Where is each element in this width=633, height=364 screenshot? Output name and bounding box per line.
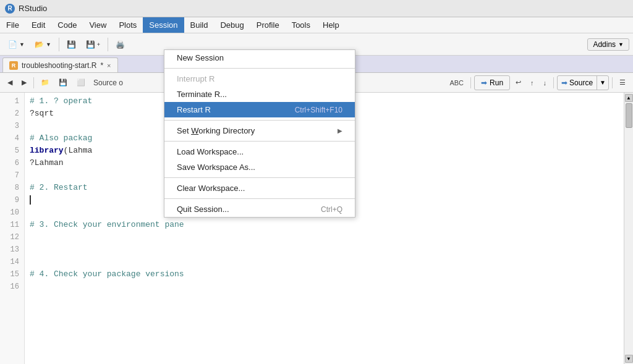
line-numbers: 1 2 3 4 5 6 7 8 9 10 11 12 13 14 15 16 — [0, 93, 25, 364]
dd-arrow-icon: ▶ — [338, 127, 342, 134]
line-num-12: 12 — [2, 231, 19, 243]
line-num-3: 3 — [2, 120, 19, 132]
code-line-13 — [30, 243, 619, 256]
source-label: Source — [569, 78, 593, 87]
save-button[interactable]: 💾 — [62, 36, 80, 53]
menu-debug[interactable]: Debug — [214, 17, 250, 33]
save-editor-button[interactable]: 💾 — [55, 75, 71, 90]
source-main-button[interactable]: ➡ Source — [558, 76, 597, 90]
options-button[interactable]: ☰ — [616, 75, 629, 90]
source-dropdown[interactable]: ➡ Source ▼ — [557, 75, 609, 90]
line-num-5: 5 — [2, 145, 19, 157]
run-up-button[interactable]: ↑ — [527, 75, 538, 90]
source-arrow-icon: ➡ — [561, 78, 567, 87]
forward-button[interactable]: ▶ — [18, 75, 30, 90]
back-button[interactable]: ◀ — [4, 75, 16, 90]
save-all-icon: 💾 — [86, 40, 95, 49]
app-icon: R — [5, 4, 15, 14]
open-dropdown-icon: ▼ — [46, 41, 51, 48]
dd-restart-shortcut: Ctrl+Shift+F10 — [295, 106, 342, 114]
menu-profile[interactable]: Profile — [250, 17, 286, 33]
line-num-1: 1 — [2, 95, 19, 108]
new-file-button[interactable]: 📄 ▼ — [4, 36, 29, 53]
dd-restart-r[interactable]: Restart R Ctrl+Shift+F10 — [164, 102, 355, 117]
back-icon: ◀ — [7, 78, 12, 87]
compile-icon: ⬜ — [77, 78, 85, 87]
dd-save-workspace[interactable]: Save Workspace As... — [164, 159, 355, 175]
dd-set-working-dir[interactable]: Set Working Directory ▶ — [164, 123, 355, 138]
dd-sep-4 — [164, 177, 355, 178]
editor-toolbar-sep-3 — [553, 77, 554, 88]
source-of-label: Source o — [91, 78, 125, 87]
menu-plots[interactable]: Plots — [113, 17, 143, 33]
code-line-12 — [30, 231, 619, 243]
tab-filename: troubleshooting-start.R — [22, 61, 96, 70]
save-all-extra: + — [97, 41, 100, 48]
toolbar-sep-2 — [108, 38, 108, 51]
scroll-thumb[interactable] — [626, 103, 632, 128]
menu-session[interactable]: Session — [143, 17, 184, 33]
menu-tools[interactable]: Tools — [286, 17, 316, 33]
line-num-4: 4 — [2, 132, 19, 145]
session-dropdown-menu: New Session Interrupt R Terminate R... R… — [164, 49, 355, 218]
editor-tab[interactable]: R troubleshooting-start.R * × — [2, 57, 118, 72]
forward-icon: ▶ — [22, 78, 27, 87]
menu-view[interactable]: View — [83, 17, 113, 33]
save-all-button[interactable]: 💾 + — [82, 36, 104, 53]
editor-toolbar-sep-4 — [612, 77, 613, 88]
dd-terminate-r[interactable]: Terminate R... — [164, 87, 355, 102]
menu-build[interactable]: Build — [184, 17, 215, 33]
editor-toolbar-sep-1 — [33, 77, 34, 88]
compile-button[interactable]: ⬜ — [73, 75, 89, 90]
spell-check-button[interactable]: ABC — [446, 75, 467, 90]
dd-quit-session[interactable]: Quit Session... Ctrl+Q — [164, 201, 355, 217]
code-line-16 — [30, 281, 619, 293]
run-prev-icon: ↩ — [516, 78, 521, 87]
spell-check-icon: ABC — [449, 79, 464, 87]
source-dropdown-arrow[interactable]: ▼ — [597, 76, 608, 90]
options-icon: ☰ — [619, 78, 626, 87]
scroll-up-arrow[interactable]: ▲ — [625, 94, 633, 102]
line-num-11: 11 — [2, 219, 19, 231]
menu-file[interactable]: File — [0, 17, 25, 33]
line-num-2: 2 — [2, 108, 19, 120]
print-icon: 🖨️ — [116, 40, 125, 49]
toolbar-sep-1 — [59, 38, 59, 51]
run-up-icon: ↑ — [530, 79, 534, 87]
open-icon: 📂 — [35, 40, 44, 49]
new-file-icon: 📄 — [8, 40, 17, 49]
dd-load-workspace[interactable]: Load Workspace... — [164, 144, 355, 159]
code-line-15: # 4. Check your package versions — [30, 268, 619, 281]
menu-code[interactable]: Code — [51, 17, 83, 33]
menu-edit[interactable]: Edit — [25, 17, 51, 33]
addins-button[interactable]: Addins ▼ — [587, 38, 629, 51]
menu-help[interactable]: Help — [316, 17, 346, 33]
title-bar: R RStudio — [0, 0, 633, 17]
line-num-8: 8 — [2, 182, 19, 194]
run-down-button[interactable]: ↓ — [540, 75, 551, 90]
tab-file-icon: R — [9, 61, 18, 70]
show-in-folder-button[interactable]: 📁 — [37, 75, 53, 90]
line-num-14: 14 — [2, 256, 19, 268]
line-num-16: 16 — [2, 281, 19, 293]
addins-arrow-icon: ▼ — [618, 41, 624, 48]
dd-sep-3 — [164, 141, 355, 142]
dd-interrupt-r: Interrupt R — [164, 71, 355, 87]
dd-new-session[interactable]: New Session — [164, 50, 355, 66]
run-prev-button[interactable]: ↩ — [512, 75, 525, 90]
app-title: RStudio — [19, 4, 47, 13]
scroll-down-arrow[interactable]: ▼ — [625, 355, 633, 363]
save-icon: 💾 — [67, 40, 76, 49]
dd-clear-workspace[interactable]: Clear Workspace... — [164, 180, 355, 196]
vertical-scrollbar[interactable]: ▲ ▼ — [624, 93, 633, 364]
dd-sep-2 — [164, 120, 355, 121]
open-file-button[interactable]: 📂 ▼ — [30, 36, 56, 53]
menu-bar: File Edit Code View Plots Session Build … — [0, 17, 633, 33]
tab-close-button[interactable]: × — [107, 62, 111, 69]
run-button[interactable]: ➡ Run — [474, 75, 510, 90]
addins-label: Addins — [593, 40, 616, 49]
print-button[interactable]: 🖨️ — [111, 36, 129, 53]
line-num-6: 6 — [2, 157, 19, 169]
tab-modified-indicator: * — [100, 61, 103, 70]
line-num-7: 7 — [2, 169, 19, 182]
